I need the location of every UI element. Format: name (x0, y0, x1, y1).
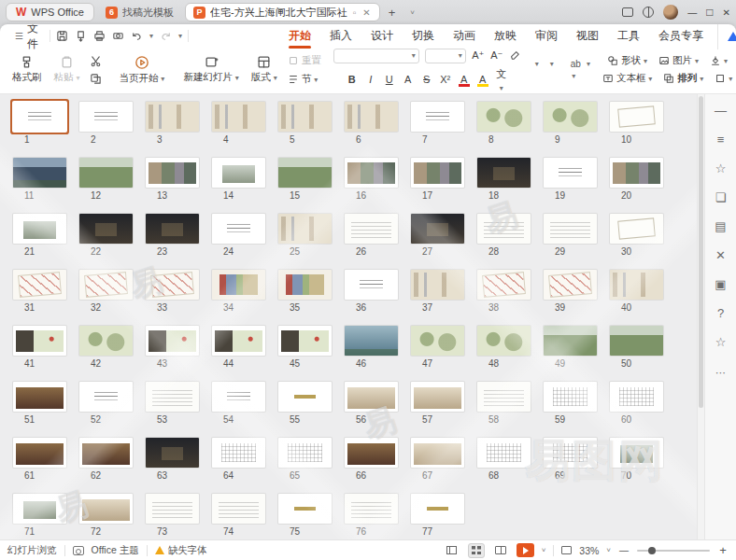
increase-font-button[interactable]: A⁺ (472, 49, 485, 62)
slide-thumbnail-54[interactable] (212, 382, 265, 412)
slide-thumbnail-76[interactable] (345, 494, 398, 524)
slide-thumbnail-3[interactable] (146, 102, 199, 132)
reset-slide-button[interactable]: 重置 (285, 53, 324, 68)
zoom-caret-icon[interactable]: ˅ (606, 546, 611, 554)
section-button[interactable]: 节 ▾ (285, 72, 324, 87)
slide-thumbnail-53[interactable] (146, 382, 199, 412)
menu-tab-放映[interactable]: 放映 (486, 25, 525, 47)
reading-view-button[interactable] (492, 543, 509, 558)
menu-tab-插入[interactable]: 插入 (321, 25, 361, 47)
italic-button[interactable]: I (364, 74, 377, 85)
slide-sorter-canvas[interactable]: 1234567891011121314151617181920212223242… (0, 94, 697, 539)
insert-textbox-button[interactable]: 文本框 ▾ (600, 71, 655, 86)
slide-thumbnail-50[interactable] (610, 326, 663, 356)
slide-thumbnail-13[interactable] (146, 158, 199, 188)
slide-thumbnail-32[interactable] (79, 270, 133, 300)
slide-thumbnail-41[interactable] (13, 326, 66, 356)
slide-thumbnail-38[interactable] (477, 270, 531, 300)
quickbar-customize-caret-icon[interactable]: ▾ (178, 32, 182, 40)
slide-thumbnail-37[interactable] (411, 270, 464, 300)
font-size-select[interactable]: ▾ (425, 49, 466, 63)
menu-tab-审阅[interactable]: 审阅 (527, 25, 566, 47)
pin-tab-icon[interactable]: ▫ (352, 7, 358, 18)
slide-thumbnail-34[interactable] (212, 270, 265, 300)
superscript-button[interactable]: X² (439, 74, 452, 85)
slide-thumbnail-58[interactable] (477, 382, 531, 412)
menu-tab-开始[interactable]: 开始 (280, 25, 319, 47)
slide-thumbnail-33[interactable] (146, 270, 199, 300)
maximize-button[interactable]: □ (706, 6, 713, 19)
slide-sorter-view-button[interactable] (468, 543, 485, 558)
slide-thumbnail-11[interactable] (13, 158, 66, 188)
network-icon[interactable] (643, 7, 654, 18)
slide-thumbnail-59[interactable] (544, 382, 597, 412)
tools-icon[interactable]: ✕ (712, 246, 730, 263)
insert-shapes-button[interactable]: 形状 ▾ (604, 53, 650, 68)
slide-thumbnail-39[interactable] (544, 270, 597, 300)
slide-thumbnail-68[interactable] (477, 438, 531, 468)
slide-thumbnail-64[interactable] (212, 438, 265, 468)
theme-label[interactable]: Office 主题 (92, 544, 139, 557)
slide-thumbnail-14[interactable] (212, 158, 265, 188)
menu-tab-视图[interactable]: 视图 (568, 25, 607, 47)
clear-format-icon[interactable] (509, 48, 520, 64)
decrease-font-button[interactable]: A⁻ (490, 49, 503, 62)
format-painter-button[interactable]: 格式刷 (7, 53, 47, 86)
slide-thumbnail-7[interactable] (411, 102, 464, 132)
slide-thumbnail-4[interactable] (212, 102, 265, 132)
slide-thumbnail-40[interactable] (610, 270, 663, 300)
menu-tab-工具[interactable]: 工具 (609, 25, 648, 47)
slide-thumbnail-25[interactable] (278, 214, 332, 244)
slide-thumbnail-15[interactable] (278, 158, 332, 188)
tab-template-doc[interactable]: 6 找稿光模板 (98, 3, 181, 21)
tab-list-caret-icon[interactable]: ˅ (404, 8, 421, 17)
bold-button[interactable]: B (346, 74, 359, 85)
slide-thumbnail-52[interactable] (79, 382, 133, 412)
font-family-select[interactable]: ▾ (333, 49, 419, 63)
font-color-button[interactable]: A (458, 74, 471, 85)
new-tab-button[interactable]: + (384, 6, 401, 20)
slide-thumbnail-20[interactable] (610, 158, 663, 188)
slide-thumbnail-18[interactable] (477, 158, 531, 188)
shapes-library-icon[interactable]: ❏ (712, 189, 730, 205)
slide-thumbnail-77[interactable] (411, 494, 464, 524)
slide-thumbnail-27[interactable] (411, 214, 464, 244)
char-border-button[interactable]: A (402, 74, 415, 85)
slide-thumbnail-46[interactable] (345, 326, 398, 356)
slide-thumbnail-62[interactable] (79, 438, 133, 468)
zoom-slider-knob[interactable] (648, 547, 656, 554)
redo-button[interactable] (160, 30, 172, 42)
image-library-icon[interactable]: ▣ (712, 275, 730, 292)
save-button[interactable] (56, 30, 68, 42)
print-preview-button[interactable] (112, 30, 124, 42)
text-effects-button[interactable]: 文▾ (495, 67, 508, 92)
slide-thumbnail-51[interactable] (13, 382, 66, 412)
slide-thumbnail-16[interactable] (345, 158, 398, 188)
slide-thumbnail-66[interactable] (345, 438, 398, 468)
undo-button[interactable] (131, 30, 143, 42)
membership-icon[interactable]: ☆ (712, 333, 730, 350)
slide-thumbnail-43[interactable] (146, 326, 199, 356)
play-options-caret-icon[interactable]: ˅ (542, 546, 546, 554)
menu-tab-动画[interactable]: 动画 (445, 25, 484, 47)
slide-thumbnail-48[interactable] (477, 326, 531, 356)
slide-thumbnail-42[interactable] (79, 326, 133, 356)
slide-thumbnail-31[interactable] (13, 270, 66, 300)
copy-button[interactable] (87, 72, 105, 86)
adjust-settings-icon[interactable]: ≡ (712, 131, 730, 147)
normal-view-button[interactable] (444, 543, 460, 558)
zoom-slider[interactable] (637, 550, 710, 552)
slide-thumbnail-23[interactable] (146, 214, 199, 244)
slide-thumbnail-71[interactable] (13, 494, 66, 524)
slide-thumbnail-47[interactable] (411, 326, 464, 356)
vertical-scrollbar[interactable] (697, 94, 704, 539)
slide-thumbnail-8[interactable] (477, 102, 531, 132)
slide-thumbnail-29[interactable] (544, 214, 597, 244)
minimize-button[interactable]: — (687, 7, 697, 18)
slide-thumbnail-44[interactable] (212, 326, 265, 356)
slide-thumbnail-74[interactable] (212, 494, 265, 524)
slide-layout-button[interactable]: 版式 ▾ (247, 53, 282, 86)
slide-thumbnail-21[interactable] (13, 214, 66, 244)
slide-thumbnail-69[interactable] (544, 438, 597, 468)
close-button[interactable]: ✕ (723, 7, 730, 18)
